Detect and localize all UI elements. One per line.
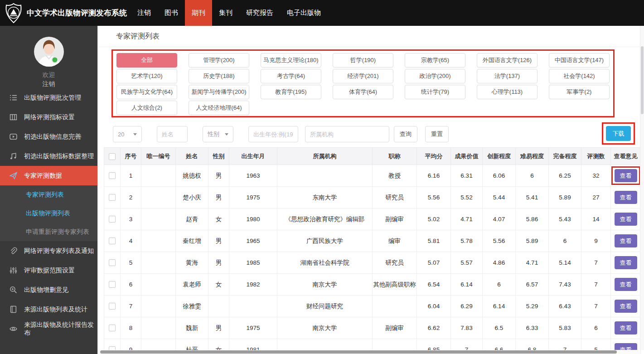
category-button[interactable]: 军事学(2) xyxy=(549,85,610,99)
sidebar-item[interactable]: 出版物增删意见 xyxy=(0,280,97,300)
row-checkbox[interactable] xyxy=(109,303,116,310)
view-button[interactable]: 查看 xyxy=(615,169,637,182)
category-button[interactable]: 历史学(188) xyxy=(189,69,249,83)
sidebar-subitem[interactable]: 专家评测列表 xyxy=(0,185,97,204)
category-button[interactable]: 体育学(64) xyxy=(333,85,393,99)
org-input[interactable] xyxy=(305,126,389,142)
nav-item-6[interactable]: 电子出版物 xyxy=(280,0,328,26)
sidebar-item[interactable]: 专家评测数据 xyxy=(0,166,97,185)
table-row: 2楚小庆男1975东南大学研究员5.565.525.445.415.8927查看 xyxy=(104,187,641,209)
cell-value: 5.78 xyxy=(451,230,483,252)
view-button[interactable]: 查看 xyxy=(615,300,637,313)
view-button[interactable]: 查看 xyxy=(615,234,637,247)
sidebar-item[interactable]: 网络评测专家列表及通知 xyxy=(0,241,97,261)
horizontal-scrollbar-thumb[interactable] xyxy=(100,350,617,354)
category-button[interactable]: 社会学(142) xyxy=(549,69,610,83)
category-button[interactable]: 全部 xyxy=(116,53,177,68)
cell-innov: 6.5 xyxy=(483,317,516,339)
cell-diff: 6 xyxy=(516,165,549,187)
category-button[interactable]: 中国语言文学(147) xyxy=(549,53,610,68)
vertical-scrollbar-thumb[interactable] xyxy=(641,46,644,114)
main-content: 专家评测列表 全部管理学(200)马克思主义理论(180)哲学(190)宗教学(… xyxy=(97,26,644,354)
welcome-text: 欢迎 xyxy=(0,71,97,79)
top-navbar: 中文学术出版物评测发布系统 注销图书期刊集刊研究报告电子出版物 xyxy=(0,0,644,26)
column-header: 查看意见 xyxy=(611,148,641,165)
gender-select[interactable]: 性别 xyxy=(203,126,233,142)
view-button[interactable]: 查看 xyxy=(615,321,637,335)
cell-innov: 6 xyxy=(483,274,516,296)
sidebar-item[interactable]: 出版物评测批次管理 xyxy=(0,88,97,107)
category-button[interactable]: 政治学(200) xyxy=(405,69,465,83)
nav-item-1[interactable]: 注销 xyxy=(131,0,158,26)
sidebar-subitem[interactable]: 申请重新评测专家列表 xyxy=(0,223,97,241)
name-input[interactable] xyxy=(157,126,188,142)
cell-value: 5.57 xyxy=(451,252,483,274)
category-button[interactable]: 宗教学(65) xyxy=(405,53,465,68)
cell-birth xyxy=(229,296,277,317)
category-button[interactable]: 新闻学与传播学(200) xyxy=(189,85,249,99)
download-button[interactable]: 下载 xyxy=(606,126,631,141)
category-button[interactable]: 人文综合(2) xyxy=(116,101,177,115)
sidebar-item[interactable]: 来源出版物列表及统计 xyxy=(0,300,97,319)
page-title: 专家评测列表 xyxy=(116,32,160,41)
cell-innov: 4.86 xyxy=(483,252,516,274)
category-button[interactable]: 哲学(190) xyxy=(333,53,393,68)
sidebar-item[interactable]: 初选出版物信息完善 xyxy=(0,127,97,146)
nav-item-5[interactable]: 研究报告 xyxy=(239,0,280,26)
cell-count: 32 xyxy=(581,165,611,187)
row-checkbox[interactable] xyxy=(109,172,116,179)
sidebar-item[interactable]: 来源出版物及统计报告发布 xyxy=(0,319,97,339)
category-button[interactable]: 人文经济地理(64) xyxy=(189,101,249,115)
category-button[interactable]: 心理学(113) xyxy=(477,85,537,99)
cell-innov: 6.06 xyxy=(483,165,516,187)
view-button[interactable]: 查看 xyxy=(615,256,637,269)
category-button[interactable]: 考古学(64) xyxy=(261,69,321,83)
list-icon xyxy=(10,94,17,102)
nav-item-2[interactable]: 图书 xyxy=(158,0,185,26)
sidebar-item-label: 出版物评测批次管理 xyxy=(24,94,81,102)
view-cell: 查看 xyxy=(611,274,641,296)
category-button[interactable]: 教育学(195) xyxy=(261,85,321,99)
cell-uid xyxy=(141,296,176,317)
view-button[interactable]: 查看 xyxy=(615,191,637,204)
nav-item-4[interactable]: 集刊 xyxy=(212,0,239,26)
row-checkbox[interactable] xyxy=(109,325,116,331)
cell-birth: 1980 xyxy=(229,209,277,230)
sidebar-item[interactable]: 评审数据范围设置 xyxy=(0,261,97,280)
row-checkbox[interactable] xyxy=(109,281,116,288)
category-button[interactable]: 管理学(200) xyxy=(189,53,249,68)
category-button[interactable]: 法学(137) xyxy=(477,69,537,83)
row-checkbox[interactable] xyxy=(109,238,116,244)
category-button[interactable]: 经济学(201) xyxy=(333,69,393,83)
checkbox-cell xyxy=(104,165,121,187)
cell-title: 其他副高级职称 xyxy=(373,274,417,296)
category-button[interactable]: 艺术学(120) xyxy=(116,69,177,83)
view-button[interactable]: 查看 xyxy=(615,278,637,291)
row-checkbox[interactable] xyxy=(109,259,116,266)
cell-org: 南京大学 xyxy=(277,317,373,339)
row-checkbox[interactable] xyxy=(109,216,116,223)
reset-button[interactable]: 重置 xyxy=(425,126,449,142)
cell-birth: 1963 xyxy=(229,165,277,187)
category-button[interactable]: 外国语言文学(126) xyxy=(477,53,537,68)
checkbox-cell xyxy=(104,252,121,274)
category-button[interactable]: 统计学(79) xyxy=(405,85,465,99)
page-size-select[interactable]: 20 xyxy=(113,126,142,142)
category-button[interactable]: 民族学与文化学(64) xyxy=(116,85,177,99)
checkbox-cell xyxy=(104,209,121,230)
logout-link[interactable]: 注销 xyxy=(0,80,97,88)
sidebar-item[interactable]: 初选出版物指标数据整理 xyxy=(0,146,97,166)
nav-item-3[interactable]: 期刊 xyxy=(185,0,212,26)
cell-value: 7.83 xyxy=(451,317,483,339)
birth-year-input[interactable] xyxy=(248,126,298,142)
cell-name: 楚小庆 xyxy=(176,187,208,209)
category-button[interactable]: 马克思主义理论(180) xyxy=(261,53,321,68)
select-all-checkbox[interactable] xyxy=(109,153,116,160)
search-button[interactable]: 查询 xyxy=(394,126,417,142)
row-checkbox[interactable] xyxy=(109,194,116,201)
sidebar-subitem[interactable]: 出版物评测列表 xyxy=(0,204,97,223)
column-header: 平均分 xyxy=(417,148,451,165)
screen: 中文学术出版物评测发布系统 注销图书期刊集刊研究报告电子出版物 欢迎 注销 出版… xyxy=(0,0,644,354)
view-button[interactable]: 查看 xyxy=(615,213,637,226)
sidebar-item[interactable]: 网络评测指标设置 xyxy=(0,107,97,127)
